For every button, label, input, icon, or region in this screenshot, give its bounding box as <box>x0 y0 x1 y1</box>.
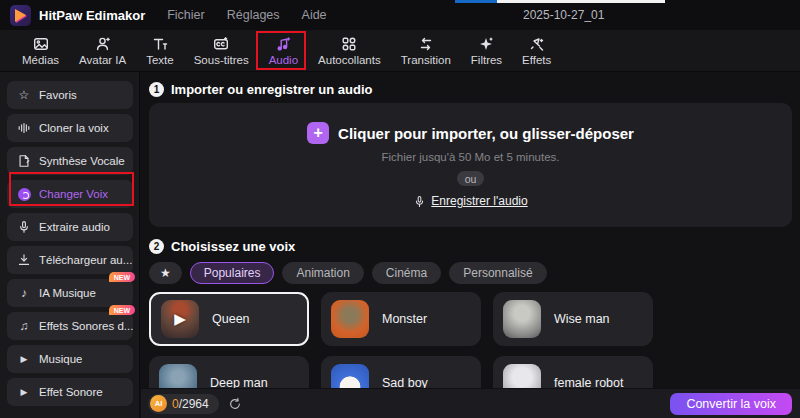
music-note-icon <box>275 36 291 53</box>
refresh-icon[interactable] <box>228 397 242 411</box>
voice-card-monster[interactable]: Monster <box>321 292 481 346</box>
app-name: HitPaw Edimakor <box>39 8 145 23</box>
filter-chip-populaires[interactable]: Populaires <box>190 262 275 284</box>
voice-card-wise-man[interactable]: Wise man <box>493 292 653 346</box>
voice-thumbnail: ▶ <box>161 300 199 338</box>
step2-number-badge: 2 <box>149 239 164 254</box>
record-audio-label: Enregistrer l'audio <box>431 194 527 208</box>
top-edge-artifact-blue <box>455 0 497 3</box>
credits-used: 0 <box>172 397 179 411</box>
tab-filtres[interactable]: Filtres <box>461 30 512 72</box>
download-icon <box>16 253 32 267</box>
ai-badge-icon: AI <box>150 395 167 412</box>
footer-bar: AI 0 /2964 Convertir la voix <box>141 388 800 418</box>
new-badge: NEW <box>109 305 135 315</box>
voice-card-queen[interactable]: ▶ Queen <box>149 292 309 346</box>
play-icon: ▶ <box>16 387 32 397</box>
tab-autocollants[interactable]: Autocollants <box>308 30 391 72</box>
sidebar-item-extraire-audio[interactable]: Extraire audio <box>7 213 133 241</box>
filter-chip-cinema[interactable]: Cinéma <box>372 262 441 284</box>
tab-avatar-ia[interactable]: Avatar IA <box>69 30 136 72</box>
step2-header: 2 Choisissez une voix <box>149 239 800 254</box>
tab-transition[interactable]: Transition <box>391 30 461 72</box>
tab-effets[interactable]: Effets <box>512 30 561 72</box>
stickers-icon <box>341 36 357 53</box>
step1-title: Importer ou enregistrer un audio <box>171 82 373 97</box>
text-icon <box>152 36 168 53</box>
or-separator: ou <box>457 171 485 186</box>
voice-thumbnail <box>331 300 369 338</box>
tab-texte[interactable]: Texte <box>136 30 184 72</box>
main-panel: 1 Importer ou enregistrer un audio + Cli… <box>141 72 800 418</box>
sidebar-item-ia-musique[interactable]: ♪ IA Musique NEW <box>7 279 133 307</box>
sidebar-item-synthese-vocale[interactable]: Synthèse Vocale <box>7 147 133 175</box>
sidebar-item-musique[interactable]: ▶ Musique <box>7 345 133 373</box>
sidebar-item-cloner-la-voix[interactable]: Cloner la voix <box>7 114 133 142</box>
tab-medias[interactable]: Médias <box>12 30 69 72</box>
menu-aide[interactable]: Aide <box>302 8 327 22</box>
tabbar: Médias Avatar IA Texte Sous-titres Audio… <box>0 30 800 72</box>
menu-fichier[interactable]: Fichier <box>167 8 205 22</box>
star-filled-icon: ★ <box>160 266 171 280</box>
filter-chip-personnalise[interactable]: Personnalisé <box>449 262 546 284</box>
wand-icon <box>529 36 545 53</box>
menu-reglages[interactable]: Réglages <box>227 8 280 22</box>
step1-header: 1 Importer ou enregistrer un audio <box>149 82 800 97</box>
microphone-icon <box>413 195 426 208</box>
ai-credits-pill[interactable]: AI 0 /2964 <box>148 394 219 414</box>
sidebar-item-telechargeur-audio[interactable]: Téléchargeur au... <box>7 246 133 274</box>
plus-import-icon[interactable]: + <box>307 122 329 144</box>
import-dropzone[interactable]: + Cliquer pour importer, ou glisser-dépo… <box>149 103 792 227</box>
sidebar: ☆ Favoris Cloner la voix Synthèse Vocale… <box>0 72 140 418</box>
play-icon: ▶ <box>16 354 32 364</box>
document-pencil-icon <box>16 154 32 168</box>
credits-total: /2964 <box>179 397 209 411</box>
media-icon <box>33 36 49 53</box>
document-title: 2025-10-27_01 <box>523 8 604 22</box>
import-cta-text: Cliquer pour importer, ou glisser-dépose… <box>338 125 634 142</box>
tab-sous-titres[interactable]: Sous-titres <box>184 30 259 72</box>
sparkle-icon <box>478 36 494 53</box>
microphone-icon <box>16 220 32 234</box>
filter-chip-animation[interactable]: Animation <box>282 262 363 284</box>
play-icon[interactable]: ▶ <box>161 300 199 338</box>
tab-audio[interactable]: Audio <box>259 30 308 72</box>
convert-voice-button[interactable]: Convertir la voix <box>670 393 792 415</box>
voice-changer-icon <box>16 188 32 201</box>
sidebar-item-effet-sonore[interactable]: ▶ Effet Sonore <box>7 378 133 406</box>
app-logo-icon <box>10 5 31 26</box>
sidebar-item-effets-sonores[interactable]: ♫ Effets Sonores d... NEW <box>7 312 133 340</box>
voice-thumbnail <box>503 300 541 338</box>
avatar-icon <box>95 36 111 53</box>
cc-icon <box>213 36 229 53</box>
voice-filter-row: ★ Populaires Animation Cinéma Personnali… <box>149 262 800 284</box>
music-notes-icon: ♫ <box>16 319 32 333</box>
titlebar: HitPaw Edimakor Fichier Réglages Aide 20… <box>0 0 800 30</box>
step2-title: Choisissez une voix <box>171 239 295 254</box>
favorites-filter-chip[interactable]: ★ <box>149 262 182 284</box>
new-badge: NEW <box>109 272 135 282</box>
sidebar-item-favoris[interactable]: ☆ Favoris <box>7 81 133 109</box>
file-limit-hint: Fichier jusqu'à 50 Mo et 5 minutes. <box>382 151 560 163</box>
record-audio-link[interactable]: Enregistrer l'audio <box>413 194 527 208</box>
top-edge-artifact-white <box>497 0 665 3</box>
sidebar-item-changer-voix[interactable]: Changer Voix <box>7 180 133 208</box>
music-sparkle-icon: ♪ <box>16 286 32 300</box>
waveform-icon <box>16 121 32 135</box>
star-icon: ☆ <box>16 88 32 102</box>
transition-arrows-icon <box>418 36 434 53</box>
step1-number-badge: 1 <box>149 82 164 97</box>
